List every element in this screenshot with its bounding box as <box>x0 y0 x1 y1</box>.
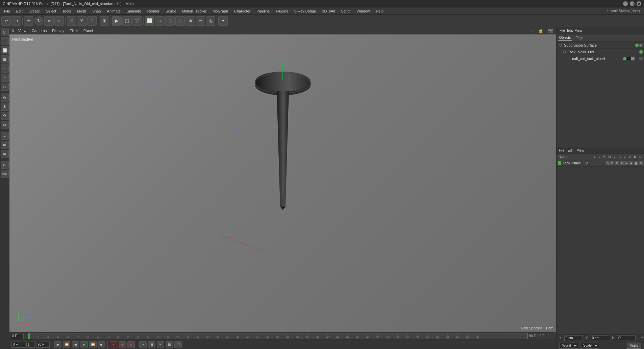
left-tool-model[interactable]: ⬡ <box>1 28 9 36</box>
am-edit-menu[interactable]: Edit <box>567 149 574 152</box>
left-tool-s3[interactable]: ⊗ <box>1 121 9 129</box>
menu-mesh[interactable]: Mesh <box>74 8 89 14</box>
left-tool-polys[interactable]: □ <box>1 83 9 91</box>
am-ctrl-1[interactable]: ⊙ <box>605 161 610 165</box>
menu-create[interactable]: Create <box>26 8 43 14</box>
am-ctrl-5[interactable]: ⊳ <box>624 161 628 165</box>
world-dropdown[interactable]: World <box>559 343 578 349</box>
viewport-menu-toggle[interactable]: ⊞ <box>11 29 14 32</box>
cone-btn[interactable]: △ <box>175 16 185 26</box>
coord-x-input[interactable] <box>564 335 583 341</box>
om-row-tack[interactable]: ⬡ Tack_Nails_Old <box>561 49 644 55</box>
left-tool-s2[interactable]: Ω <box>1 112 9 120</box>
world-space-btn[interactable]: ⊞ <box>100 16 109 26</box>
timeline-mode-btn[interactable]: ⊞ <box>166 341 173 348</box>
timeline-view-btn[interactable]: ≡ <box>157 341 164 348</box>
left-tool-filter[interactable]: ⊞ <box>1 141 9 149</box>
menu-tools[interactable]: Tools <box>59 8 74 14</box>
redo-button[interactable]: ↪ <box>11 16 21 26</box>
disc-btn[interactable]: ◎ <box>206 16 215 26</box>
panel-menu[interactable]: Panel <box>82 29 94 33</box>
om-edit-menu[interactable]: Edit <box>566 29 574 32</box>
am-file-menu[interactable]: File <box>558 149 565 152</box>
object-mode[interactable]: ○ <box>54 16 64 26</box>
menu-simulate[interactable]: Simulate <box>124 8 144 14</box>
om-tack-enabled-dot[interactable] <box>639 50 643 54</box>
menu-pipeline[interactable]: Pipeline <box>254 8 272 14</box>
y-axis-btn[interactable]: Y <box>77 16 86 26</box>
light-btn[interactable]: ✦ <box>218 16 228 26</box>
cylinder-btn[interactable]: ⬡ <box>165 16 175 26</box>
left-tool-s1[interactable]: $ <box>1 103 9 111</box>
om-row-subdivision[interactable]: ⬡ Subdivision Surface ✓ <box>556 42 644 49</box>
record-button[interactable]: ● <box>110 341 117 348</box>
timeline-btn[interactable]: ▦ <box>148 341 155 348</box>
left-tool-cinema[interactable]: C4D <box>1 170 9 178</box>
plane-btn[interactable]: ▭ <box>196 16 205 26</box>
om-subdiv-enabled-dot[interactable] <box>635 44 639 47</box>
timeline-area[interactable]: 2 4 6 8 10 12 14 16 18 20 22 24 26 28 <box>9 332 556 340</box>
coord-x2-input[interactable] <box>591 335 609 341</box>
menu-snap[interactable]: Snap <box>90 8 104 14</box>
cube-btn[interactable]: ⬜ <box>145 16 154 26</box>
om-nail-enabled-dot[interactable] <box>623 57 626 60</box>
torus-btn[interactable]: ⊕ <box>185 16 195 26</box>
om-tab-objects[interactable]: Objects <box>558 35 572 41</box>
left-tool-bp[interactable]: ▦ <box>1 55 9 63</box>
left-tool-snap[interactable]: ⊕ <box>1 150 9 158</box>
max-frame-input[interactable] <box>36 342 50 348</box>
go-to-start-button[interactable]: ⏮ <box>54 341 61 348</box>
menu-character[interactable]: Character <box>231 8 253 14</box>
step-forward-button[interactable]: ⏩ <box>89 341 97 348</box>
play-reverse-button[interactable]: ◀ <box>72 341 79 348</box>
keyframe-button[interactable]: ◈ <box>127 341 135 348</box>
undo-button[interactable]: ↩ <box>1 16 11 26</box>
timeline-ruler[interactable]: 2 4 6 8 10 12 14 16 18 20 22 24 26 28 <box>28 333 528 339</box>
om-file-menu[interactable]: File <box>559 29 566 32</box>
am-ctrl-4[interactable]: ≡ <box>620 161 624 165</box>
menu-window[interactable]: Window <box>354 8 372 14</box>
display-menu[interactable]: Display <box>51 29 66 33</box>
move-tool[interactable]: ✛ <box>24 16 33 26</box>
z-axis-btn[interactable]: Z <box>87 16 97 26</box>
am-view-menu[interactable]: View <box>576 149 585 152</box>
frame-step-input[interactable] <box>26 342 35 348</box>
rotate-tool[interactable]: ↻ <box>34 16 44 26</box>
scale-tool[interactable]: ⇔ <box>44 16 54 26</box>
menu-3dtoall[interactable]: 3DToAll <box>319 8 338 14</box>
am-ctrl-2[interactable]: ⊡ <box>610 161 614 165</box>
left-tool-anim[interactable]: ▷ <box>1 161 9 169</box>
menu-script[interactable]: Script <box>338 8 353 14</box>
render-active-view-btn[interactable]: ▶ <box>112 16 122 26</box>
am-ctrl-7[interactable]: 🔒 <box>634 161 638 165</box>
timeline-filter-btn[interactable]: ⬚ <box>174 341 182 348</box>
om-subdiv-check[interactable]: ✓ <box>639 44 643 47</box>
menu-motiontracker[interactable]: Motion Tracker <box>179 8 209 14</box>
motion-path-btn[interactable]: ⇢ <box>139 341 147 348</box>
menu-file[interactable]: File <box>1 8 13 14</box>
menu-plugins[interactable]: Plugins <box>273 8 291 14</box>
auto-keyframe-button[interactable]: ⊕ <box>119 341 126 348</box>
filter-menu[interactable]: Filter <box>68 29 79 33</box>
menu-sculpt[interactable]: Sculpt <box>163 8 179 14</box>
current-frame-input[interactable] <box>11 342 25 348</box>
apply-button[interactable]: Apply <box>627 343 641 349</box>
left-tool-paint[interactable]: ⬜ <box>1 46 9 54</box>
menu-render[interactable]: Render <box>145 8 162 14</box>
maximize-button[interactable]: □ <box>630 1 635 6</box>
render-region-btn[interactable]: ⬚ <box>122 16 132 26</box>
menu-animate[interactable]: Animate <box>104 8 123 14</box>
om-view-menu[interactable]: View <box>574 29 583 32</box>
menu-vray[interactable]: V-Ray Bridge <box>292 8 319 14</box>
go-to-end-button[interactable]: ⏭ <box>98 341 105 348</box>
minimize-button[interactable]: ─ <box>623 1 628 6</box>
play-button[interactable]: ▶ <box>80 341 88 348</box>
menu-mograph[interactable]: MoGraph <box>210 8 231 14</box>
viewport[interactable]: Perspective Grid Spacing : 1 cm Z Y X <box>9 34 556 332</box>
left-tool-live[interactable]: ⊙ <box>1 93 9 102</box>
x-axis-btn[interactable]: X <box>67 16 76 26</box>
menu-select[interactable]: Select <box>43 8 59 14</box>
cameras-menu[interactable]: Cameras <box>30 29 48 33</box>
step-back-button[interactable]: ⏪ <box>63 341 70 348</box>
left-tool-edges[interactable]: ∕ <box>1 74 9 82</box>
